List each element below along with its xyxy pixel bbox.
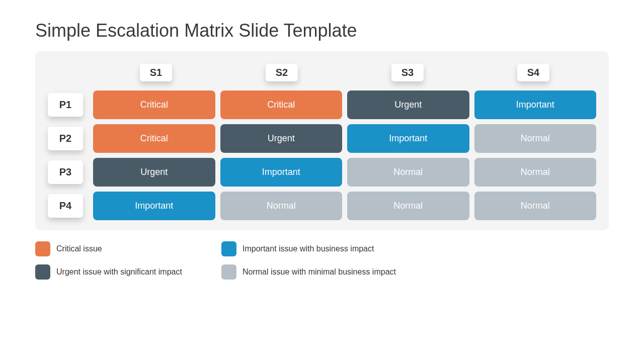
cell-p3-s4: Normal [474, 158, 597, 187]
column-headers: S1 S2 S3 S4 [93, 64, 596, 81]
swatch-critical [35, 241, 50, 256]
col-header-s1: S1 [140, 64, 172, 81]
cell-p2-s4: Normal [474, 124, 597, 153]
swatch-important [221, 241, 236, 256]
cell-p2-s3: Important [347, 124, 469, 153]
cell-p3-s3: Normal [347, 158, 469, 187]
matrix-row-p4: P4 Important Normal Normal Normal [48, 192, 596, 220]
row-header-p1: P1 [48, 93, 83, 117]
legend-important-label: Important issue with business impact [243, 244, 374, 253]
legend: Critical issue Important issue with busi… [35, 241, 609, 280]
swatch-urgent [35, 264, 50, 280]
row-header-p2: P2 [48, 127, 83, 150]
cell-p4-s1: Important [93, 192, 215, 220]
legend-normal: Normal issue with minimal business impac… [221, 264, 609, 280]
cell-p1-s1: Critical [93, 90, 215, 119]
col-header-s3: S3 [391, 64, 424, 81]
cell-p1-s4: Important [474, 90, 597, 119]
cell-p4-s3: Normal [347, 192, 469, 220]
legend-normal-label: Normal issue with minimal business impac… [243, 267, 396, 277]
col-header-s4: S4 [517, 64, 549, 81]
cell-p2-s2: Urgent [220, 124, 343, 153]
row-header-p3: P3 [48, 160, 83, 184]
matrix-row-p3: P3 Urgent Important Normal Normal [48, 158, 596, 187]
matrix-row-p1: P1 Critical Critical Urgent Important [48, 90, 596, 119]
cell-p1-s3: Urgent [347, 90, 469, 119]
col-header-s2: S2 [266, 64, 298, 81]
slide-title: Simple Escalation Matrix Slide Template [35, 20, 609, 41]
slide: Simple Escalation Matrix Slide Template … [0, 0, 644, 362]
cell-p4-s4: Normal [474, 192, 597, 220]
legend-critical-label: Critical issue [56, 244, 102, 253]
cell-p3-s2: Important [220, 158, 343, 187]
cell-p1-s2: Critical [220, 90, 343, 119]
legend-critical: Critical issue [35, 241, 221, 256]
matrix-row-p2: P2 Critical Urgent Important Normal [48, 124, 596, 153]
legend-important: Important issue with business impact [221, 241, 609, 256]
cell-p3-s1: Urgent [93, 158, 215, 187]
matrix-panel: S1 S2 S3 S4 P1 Critical Critical Urgent … [35, 51, 609, 230]
cell-p4-s2: Normal [220, 192, 343, 220]
cell-p2-s1: Critical [93, 124, 215, 153]
swatch-normal [221, 264, 236, 280]
row-header-p4: P4 [48, 194, 83, 218]
legend-urgent-label: Urgent issue with significant impact [56, 267, 182, 277]
legend-urgent: Urgent issue with significant impact [35, 264, 221, 280]
